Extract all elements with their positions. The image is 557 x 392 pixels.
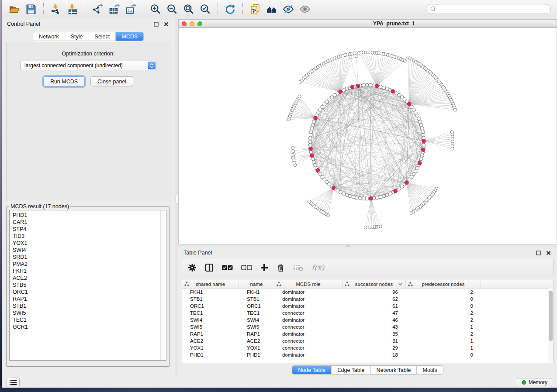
list-item[interactable]: SRD1: [13, 254, 160, 261]
tab-edge-table[interactable]: Edge Table: [331, 366, 370, 374]
tab-style[interactable]: Style: [65, 32, 89, 41]
search-box[interactable]: [426, 4, 551, 14]
add-row-icon[interactable]: [260, 264, 268, 272]
table-row[interactable]: PHD1PHD1dominator180: [182, 351, 553, 358]
refresh-button[interactable]: [224, 3, 237, 16]
float-window-icon[interactable]: [152, 21, 159, 28]
table-row[interactable]: RAP1RAP1dominator352: [182, 330, 553, 337]
hierarchy-icon: [184, 282, 189, 286]
memory-status-icon: [522, 380, 526, 385]
tab-motifs[interactable]: Motifs: [416, 366, 443, 374]
export-table-button[interactable]: [107, 3, 121, 16]
first-neighbors-icon[interactable]: [265, 3, 278, 16]
zoom-selected-button[interactable]: [199, 3, 212, 16]
cytoscape-window: Control Panel NetworkStyleSelectMCDS Opt…: [2, 0, 557, 388]
select-all-icon[interactable]: [222, 265, 233, 271]
table-row[interactable]: SWI5SWI5connector431: [182, 323, 553, 330]
tab-node-table[interactable]: Node Table: [292, 366, 331, 374]
list-icon: [10, 380, 17, 385]
list-item[interactable]: STB5: [13, 282, 160, 289]
toolbar-separator: [43, 3, 44, 15]
network-titlebar[interactable]: YPA_prune.txt_1: [178, 19, 557, 28]
table-scrollbar[interactable]: [548, 288, 553, 363]
list-item[interactable]: RAP1: [13, 296, 160, 303]
network-window: YPA_prune.txt_1: [178, 19, 557, 245]
settings-gear-icon[interactable]: [188, 263, 197, 272]
network-graph: [179, 28, 557, 244]
show-all-icon[interactable]: [298, 3, 311, 16]
list-item[interactable]: YOX1: [13, 240, 160, 247]
deselect-all-icon[interactable]: [241, 265, 252, 271]
export-image-button[interactable]: [124, 3, 137, 16]
float-window-icon[interactable]: [535, 249, 542, 256]
list-item[interactable]: STB1: [13, 303, 160, 309]
save-session-button[interactable]: [24, 3, 38, 16]
export-network-button[interactable]: [91, 3, 104, 16]
table-row[interactable]: YOX1YOX1connector291: [182, 344, 553, 351]
tab-network-table[interactable]: Network Table: [370, 366, 417, 374]
list-item[interactable]: STP4: [13, 226, 160, 233]
list-item[interactable]: TEC1: [13, 316, 160, 323]
list-item[interactable]: ACE2: [13, 275, 160, 282]
optimization-criterion-label: Optimization criterion:: [7, 51, 170, 57]
tab-network[interactable]: Network: [33, 32, 65, 41]
list-item[interactable]: GCR1: [13, 323, 160, 330]
mcds-result-list[interactable]: PHD1CAR1STP4TID3YOX1SWI4SRD1PMA2FKH1ACE2…: [9, 210, 166, 361]
network-title: YPA_prune.txt_1: [179, 21, 557, 27]
network-view[interactable]: [178, 28, 557, 244]
copy-network-view-button[interactable]: [249, 3, 262, 16]
search-input[interactable]: [438, 5, 550, 14]
column-header-name[interactable]: name: [239, 280, 274, 288]
search-icon: [430, 6, 436, 12]
toolbar-separator: [85, 3, 85, 15]
list-item[interactable]: TID3: [13, 233, 160, 240]
table-row[interactable]: FKH1FKH1dominator962: [182, 289, 553, 296]
open-file-button[interactable]: [8, 3, 21, 16]
hide-selected-icon[interactable]: [282, 3, 295, 16]
tab-select[interactable]: Select: [89, 32, 116, 41]
mcds-panel: Optimization criterion: largest connecte…: [6, 42, 170, 201]
column-header-predecessor-nodes[interactable]: predecessor nodes: [406, 280, 481, 288]
memory-button[interactable]: Memory: [517, 378, 552, 387]
table-row[interactable]: SWI4SWI4dominator462: [182, 316, 553, 323]
table-row[interactable]: STB1STB1dominator620: [182, 296, 553, 303]
close-panel-icon[interactable]: [163, 21, 170, 28]
list-item[interactable]: PMA2: [13, 261, 160, 268]
scrollbar-thumb[interactable]: [549, 291, 553, 341]
node-table-body: FKH1FKH1dominator962STB1STB1dominator620…: [182, 289, 553, 358]
run-mcds-button[interactable]: Run MCDS: [43, 76, 85, 86]
splitter-handle[interactable]: [346, 245, 350, 247]
zoom-in-button[interactable]: [149, 3, 162, 16]
column-header-MCDS-role[interactable]: MCDS role: [274, 280, 343, 288]
table-row[interactable]: TEC1TEC1connector472: [182, 309, 553, 316]
control-panel: Control Panel NetworkStyleSelectMCDS Opt…: [2, 18, 175, 377]
zoom-out-button[interactable]: [166, 3, 179, 16]
import-table-button[interactable]: [66, 3, 79, 16]
zoom-fit-button[interactable]: [182, 3, 195, 16]
delete-row-icon[interactable]: [277, 263, 285, 272]
toolbar-separator: [143, 3, 143, 15]
control-panel-header: Control Panel: [2, 18, 175, 30]
list-item[interactable]: CAR1: [13, 219, 160, 226]
table-row[interactable]: ACE2ACE2connector311: [182, 337, 553, 344]
hierarchy-icon: [408, 282, 413, 286]
columns-icon[interactable]: [205, 263, 214, 272]
import-network-button[interactable]: [49, 3, 62, 16]
list-item[interactable]: ORC1: [13, 289, 160, 296]
list-item[interactable]: SWI4: [13, 247, 160, 254]
close-panel-icon[interactable]: [545, 249, 552, 256]
list-item[interactable]: FKH1: [13, 268, 160, 275]
show-panels-button[interactable]: [7, 378, 20, 387]
list-scrollbar[interactable]: [160, 210, 166, 360]
tab-mcds[interactable]: MCDS: [115, 32, 143, 41]
list-item[interactable]: PHD1: [13, 212, 160, 219]
node-table[interactable]: shared namenameMCDS rolesuccessor nodesp…: [182, 280, 554, 363]
table-tabs-row: Node TableEdge TableNetwork TableMotifs: [178, 365, 557, 375]
column-header-shared-name[interactable]: shared name: [182, 280, 239, 288]
close-panel-button[interactable]: Close panel: [90, 76, 133, 86]
list-item[interactable]: SWI5: [13, 309, 160, 316]
table-row[interactable]: ORC1ORC1dominator610: [182, 303, 553, 309]
vertical-splitter[interactable]: [175, 18, 178, 377]
criterion-select[interactable]: largest connected component (undirected): [20, 61, 156, 70]
column-header-successor-nodes[interactable]: successor nodes: [343, 280, 406, 288]
